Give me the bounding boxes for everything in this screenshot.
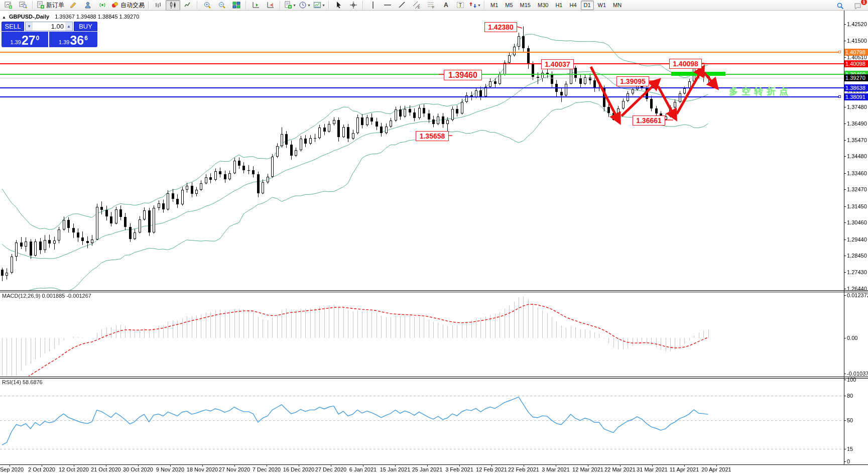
- volume-stepper: ▼ ▲: [25, 22, 73, 31]
- price-chart-canvas[interactable]: [0, 0, 868, 473]
- volume-increase-button[interactable]: ▲: [65, 22, 72, 31]
- one-click-trading-panel: SELL ▼ ▲ BUY 1.39 27 0 1.39 36 6: [2, 22, 97, 47]
- buy-price-prefix: 1.39: [59, 39, 69, 45]
- sell-price-panel[interactable]: 1.39 27 0: [2, 32, 48, 47]
- sell-price-point: 0: [36, 35, 40, 42]
- mt4-window: 新订单自动交易▾▾▾EFAT▾ M1M5M15M30H1H4D1W1MN 1 1…: [0, 0, 868, 473]
- buy-price-point: 6: [84, 35, 88, 42]
- buy-price-panel[interactable]: 1.39 36 6: [49, 32, 97, 47]
- sell-price-pips: 27: [22, 35, 36, 46]
- sell-price-prefix: 1.39: [11, 39, 21, 45]
- volume-decrease-button[interactable]: ▼: [26, 22, 33, 31]
- volume-input[interactable]: [33, 22, 65, 31]
- sell-button[interactable]: SELL: [2, 22, 24, 31]
- buy-price-pips: 36: [70, 35, 84, 46]
- buy-button[interactable]: BUY: [74, 22, 97, 31]
